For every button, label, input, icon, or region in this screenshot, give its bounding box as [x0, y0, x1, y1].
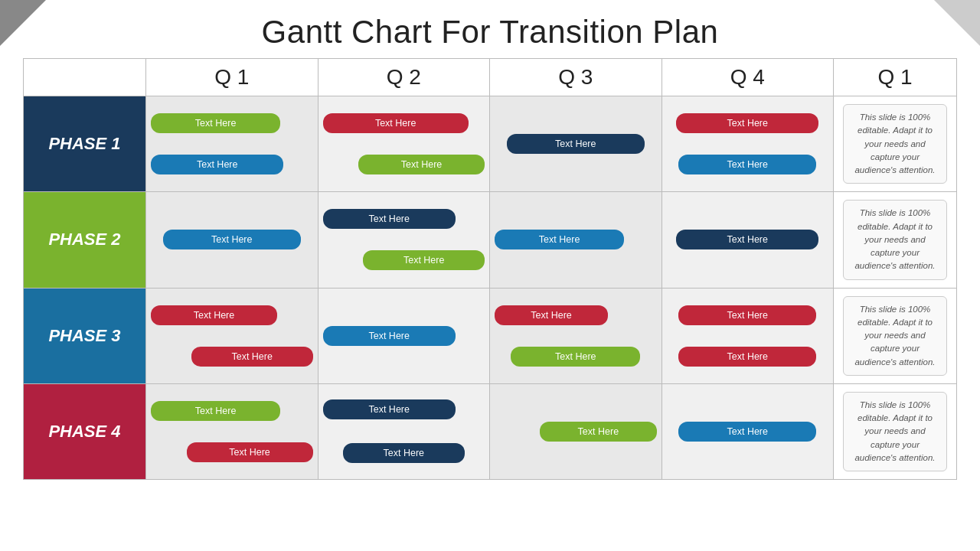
bar: Text Here	[676, 230, 818, 249]
header-q4: Q 4	[662, 59, 835, 96]
phase1-q2: Text Here Text Here	[318, 96, 491, 191]
phase2-q4: Text Here	[662, 192, 835, 287]
bar: Text Here	[323, 209, 456, 229]
phase-4-label: PHASE 4	[24, 384, 146, 479]
header-q3: Q 3	[490, 59, 662, 96]
phase1-q4: Text Here Text Here	[662, 96, 835, 191]
bar: Text Here	[163, 230, 301, 249]
phase1-notes: This slide is 100% editable. Adapt it to…	[834, 96, 956, 191]
bar: Text Here	[151, 305, 277, 325]
phase-1-row: PHASE 1 Text Here Text Here Text Here Te…	[24, 96, 956, 192]
gantt-header: Q 1 Q 2 Q 3 Q 4 Q 1	[24, 59, 956, 96]
phase3-q3: Text Here Text Here	[490, 289, 662, 383]
bar: Text Here	[678, 347, 816, 367]
bar: Text Here	[323, 113, 469, 133]
bar: Text Here	[678, 305, 816, 325]
phase-1-label: PHASE 1	[24, 96, 146, 191]
phase4-notes: This slide is 100% editable. Adapt it to…	[834, 384, 956, 479]
phase1-q1: Text Here Text Here	[146, 96, 318, 191]
bar: Text Here	[323, 399, 456, 419]
notes-text: This slide is 100% editable. Adapt it to…	[843, 200, 947, 279]
bar: Text Here	[191, 347, 313, 367]
phase2-notes: This slide is 100% editable. Adapt it to…	[834, 192, 956, 287]
notes-text: This slide is 100% editable. Adapt it to…	[843, 296, 947, 376]
bar: Text Here	[678, 155, 816, 174]
header-q2: Q 2	[318, 59, 491, 96]
bar: Text Here	[343, 443, 465, 463]
bar: Text Here	[495, 305, 608, 325]
phase4-q4: Text Here	[662, 384, 835, 479]
bar: Text Here	[676, 113, 818, 133]
header-q1-2: Q 1	[834, 59, 956, 96]
phase-4-row: PHASE 4 Text Here Text Here Text Here Te…	[24, 384, 956, 479]
bar: Text Here	[151, 113, 280, 133]
notes-text: This slide is 100% editable. Adapt it to…	[843, 104, 947, 184]
phase3-q4: Text Here Text Here	[662, 289, 835, 383]
phase1-q3: Text Here	[490, 96, 662, 191]
phase-3-row: PHASE 3 Text Here Text Here Text Here Te…	[24, 289, 956, 384]
phase2-q2: Text Here Text Here	[318, 192, 491, 287]
phase3-q2: Text Here	[318, 289, 491, 383]
bar: Text Here	[507, 134, 645, 154]
phase2-q1: Text Here	[146, 192, 318, 287]
phase3-notes: This slide is 100% editable. Adapt it to…	[834, 289, 956, 383]
header-q1: Q 1	[146, 59, 318, 96]
bar: Text Here	[187, 442, 313, 462]
bar: Text Here	[363, 250, 485, 270]
phase4-q2: Text Here Text Here	[318, 384, 491, 479]
bar: Text Here	[323, 326, 456, 346]
phase3-q1: Text Here Text Here	[146, 289, 318, 383]
gantt-chart: Q 1 Q 2 Q 3 Q 4 Q 1 PHASE 1 Text Here Te…	[23, 58, 957, 480]
phase4-q3: Text Here	[490, 384, 662, 479]
notes-text: This slide is 100% editable. Adapt it to…	[843, 392, 947, 471]
page-title: Gantt Chart For Transition Plan	[0, 0, 980, 58]
bar: Text Here	[511, 347, 640, 367]
phase-3-label: PHASE 3	[24, 289, 146, 383]
bar: Text Here	[358, 155, 485, 174]
bar: Text Here	[540, 422, 656, 442]
phase4-q1: Text Here Text Here	[146, 384, 318, 479]
phase-2-label: PHASE 2	[24, 192, 146, 287]
bar: Text Here	[151, 401, 280, 421]
phase-2-row: PHASE 2 Text Here Text Here Text Here Te…	[24, 192, 956, 288]
phase2-q3: Text Here	[490, 192, 662, 287]
header-empty	[24, 59, 146, 96]
bar: Text Here	[151, 155, 283, 174]
bar: Text Here	[678, 422, 816, 442]
bar: Text Here	[495, 230, 624, 249]
